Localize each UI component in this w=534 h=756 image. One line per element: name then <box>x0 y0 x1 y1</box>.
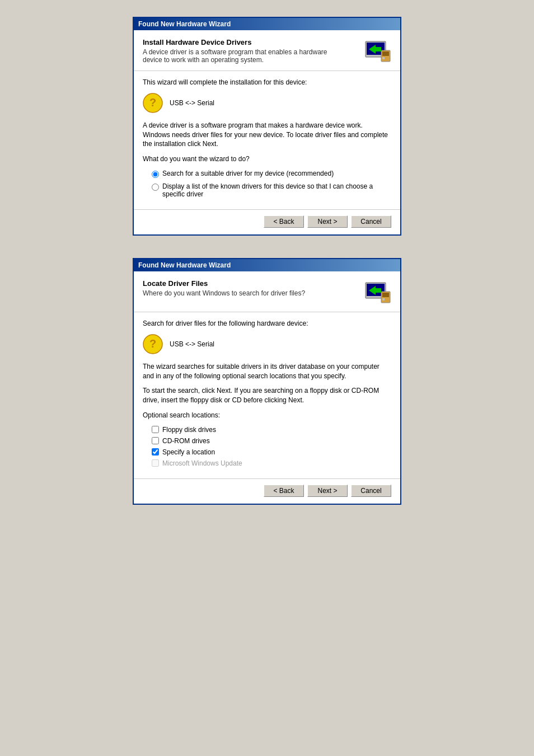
dialog2-optional-label: Optional search locations: <box>143 411 391 420</box>
hardware-icon-2 <box>364 279 391 306</box>
svg-rect-11 <box>382 293 389 297</box>
dialog1-radio-list[interactable]: Display a list of the known drivers for … <box>152 182 391 198</box>
dialog1-heading: Install Hardware Device Drivers <box>143 38 344 46</box>
dialog2-found-new-hardware-wizard: Found New Hardware Wizard Locate Driver … <box>133 258 401 505</box>
svg-rect-4 <box>382 57 385 59</box>
dialog1-device-icon: ? <box>143 93 163 113</box>
dialog1-titlebar: Found New Hardware Wizard <box>134 18 400 30</box>
checkbox-floppy[interactable]: Floppy disk drives <box>152 426 391 434</box>
dialog2-device-row: ? USB <-> Serial <box>143 334 391 354</box>
dialog1-body: This wizard will complete the installati… <box>134 71 400 209</box>
dialog2-checkbox-group: Floppy disk drives CD-ROM drives Specify… <box>152 426 391 467</box>
checkbox-windows-update-input <box>152 459 159 467</box>
checkbox-cdrom-input[interactable] <box>152 437 159 444</box>
svg-rect-12 <box>382 298 385 300</box>
dialog2-titlebar: Found New Hardware Wizard <box>134 259 400 271</box>
dialog2-next-button[interactable]: Next > <box>307 485 348 497</box>
dialog1-cancel-button[interactable]: Cancel <box>351 215 391 228</box>
radio-search-label: Search for a suitable driver for my devi… <box>162 170 334 177</box>
dialog2-header-text: Locate Driver Files Where do you want Wi… <box>143 279 305 297</box>
radio-search-input[interactable] <box>152 171 159 178</box>
dialog1-content: Install Hardware Device Drivers A device… <box>134 30 400 234</box>
dialog2-back-button[interactable]: < Back <box>264 485 304 497</box>
dialog2-heading: Locate Driver Files <box>143 279 305 288</box>
dialog1-next-button[interactable]: Next > <box>307 215 348 228</box>
dialog2-header: Locate Driver Files Where do you want Wi… <box>134 271 400 312</box>
dialog1-title: Found New Hardware Wizard <box>138 20 231 28</box>
radio-list-label: Display a list of the known drivers for … <box>162 182 391 198</box>
dialog1-radio-group: Search for a suitable driver for my devi… <box>152 170 391 198</box>
dialog2-intro: Search for driver files for the followin… <box>143 319 391 328</box>
checkbox-specify-input[interactable] <box>152 448 159 456</box>
dialog2-title: Found New Hardware Wizard <box>138 261 231 269</box>
svg-text:?: ? <box>149 96 156 109</box>
checkbox-cdrom-label: CD-ROM drives <box>162 437 210 445</box>
hardware-icon <box>364 38 391 65</box>
dialog2-description2: To start the search, click Next. If you … <box>143 386 391 405</box>
dialog1-found-new-hardware-wizard: Found New Hardware Wizard Install Hardwa… <box>133 17 401 236</box>
dialog1-intro: This wizard will complete the installati… <box>143 78 391 87</box>
dialog2-device-icon: ? <box>143 334 163 354</box>
dialog1-header: Install Hardware Device Drivers A device… <box>134 30 400 71</box>
svg-rect-3 <box>382 51 389 56</box>
dialog2-subtext: Where do you want Windows to search for … <box>143 289 305 297</box>
checkbox-floppy-label: Floppy disk drives <box>162 426 216 434</box>
checkbox-windows-update-label: Microsoft Windows Update <box>162 459 242 467</box>
checkbox-windows-update: Microsoft Windows Update <box>152 459 391 467</box>
checkbox-specify[interactable]: Specify a location <box>152 448 391 456</box>
dialog1-header-text: Install Hardware Device Drivers A device… <box>143 38 344 64</box>
dialog2-description1: The wizard searches for suitable drivers… <box>143 362 391 381</box>
dialog1-footer: < Back Next > Cancel <box>134 209 400 234</box>
dialog1-description: A device driver is a software program th… <box>143 121 391 149</box>
dialog2-footer: < Back Next > Cancel <box>134 478 400 504</box>
checkbox-specify-label: Specify a location <box>162 448 215 456</box>
dialog2-cancel-button[interactable]: Cancel <box>351 485 391 497</box>
radio-list-input[interactable] <box>152 184 159 191</box>
dialog1-back-button[interactable]: < Back <box>264 215 304 228</box>
checkbox-cdrom[interactable]: CD-ROM drives <box>152 437 391 445</box>
dialog1-subtext: A device driver is a software program th… <box>143 48 344 64</box>
dialog1-device-row: ? USB <-> Serial <box>143 93 391 113</box>
dialog1-device-name: USB <-> Serial <box>170 99 214 107</box>
svg-text:?: ? <box>149 337 156 350</box>
dialog2-content: Locate Driver Files Where do you want Wi… <box>134 271 400 504</box>
dialog1-question: What do you want the wizard to do? <box>143 154 391 164</box>
dialog2-device-name: USB <-> Serial <box>170 340 214 348</box>
dialog2-body: Search for driver files for the followin… <box>134 312 400 478</box>
dialog1-radio-search[interactable]: Search for a suitable driver for my devi… <box>152 170 391 178</box>
checkbox-floppy-input[interactable] <box>152 426 159 433</box>
